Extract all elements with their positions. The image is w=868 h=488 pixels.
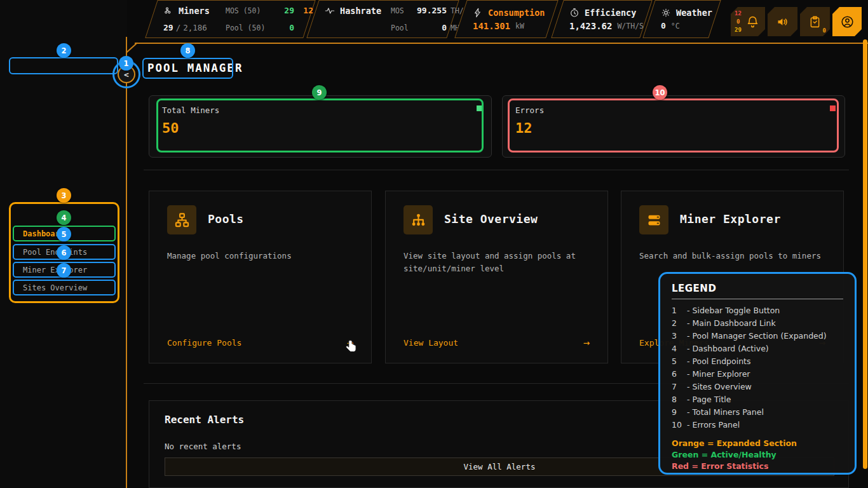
sidebar-item-pm-dashboard[interactable]: Dashboard — [13, 226, 116, 241]
card-title: Site Overview — [444, 212, 538, 226]
card-description: View site layout and assign pools at sit… — [403, 250, 592, 275]
card-description: Manage pool configurations — [167, 250, 355, 262]
legend-item: 3- Pool Manager Section (Expanded) — [672, 330, 843, 342]
legend-note-red: Red = Error Statistics — [672, 461, 843, 472]
section-divider — [144, 170, 849, 170]
clipboard-icon — [808, 15, 822, 29]
header-weather-panel: Weather 0 °C — [642, 0, 721, 38]
arrow-right-icon: → — [583, 336, 590, 349]
legend-title: LEGEND — [672, 283, 843, 294]
sidebar-border — [126, 37, 127, 488]
legend-item: 10- Errors Panel — [672, 419, 843, 431]
header-efficiency-panel: Efficiency 1,423.62 W/TH/S — [551, 0, 652, 38]
legend-item: 1- Sidebar Toggle Button — [672, 304, 843, 317]
sidebar-toggle-button[interactable]: < — [118, 65, 135, 83]
vertical-scrollbar[interactable] — [863, 39, 867, 469]
recent-alerts-title: Recent Alerts — [165, 414, 244, 426]
legend-item: 6- Miner Explorer — [672, 368, 843, 381]
card-title: Pools — [208, 212, 244, 226]
arrow-right-icon: → — [347, 336, 353, 349]
status-square-green — [477, 105, 482, 111]
pools-card[interactable]: Pools Manage pool configurations Configu… — [149, 191, 372, 363]
stat-label: Total Miners — [162, 105, 219, 115]
miners-icon — [163, 6, 173, 16]
legend-item: 9- Total Miners Panel — [672, 406, 843, 419]
collapse-chevron-icon: < — [124, 70, 129, 79]
configure-pools-link[interactable]: Configure Pools — [167, 338, 241, 348]
header-miners-panel: Miners MOS (50) 29129 29/2,186 Pool (50)… — [145, 0, 315, 38]
stat-label: Errors — [515, 105, 544, 115]
pools-card-icon — [167, 205, 196, 234]
card-title: Miner Explorer — [680, 212, 781, 226]
header-consumption-panel: Consumption 141.301 kW — [454, 0, 558, 38]
legend-item: 8- Page Title — [672, 393, 843, 406]
legend-divider — [672, 299, 843, 299]
stat-value: 12 — [515, 120, 532, 136]
status-square-red — [830, 105, 836, 111]
efficiency-icon — [569, 8, 580, 18]
sidebar-item-pm-pool-endpoints[interactable]: Pool Endpoints — [13, 244, 116, 260]
site-overview-card-icon — [403, 205, 433, 234]
weather-icon — [661, 8, 671, 18]
legend-note-green: Green = Active/Healthy — [672, 449, 843, 461]
errors-panel: Errors 12 — [502, 95, 845, 158]
total-miners-panel: Total Miners 50 — [149, 95, 492, 158]
legend-item: 2- Main Dashboard Link — [672, 317, 843, 330]
sound-button[interactable] — [768, 7, 797, 36]
legend-note-orange: Orange = Expanded Section — [672, 438, 843, 449]
speaker-icon — [776, 15, 789, 29]
page-title: POOL MANAGER — [147, 62, 243, 74]
consumption-icon — [473, 8, 483, 18]
site-overview-card[interactable]: Site Overview View site layout and assig… — [385, 191, 608, 363]
notifications-bell-icon — [746, 15, 759, 29]
main-top-bevel — [126, 43, 137, 53]
sidebar-item-pm-sites-overview[interactable]: Sites Overview — [13, 280, 116, 295]
tasks-button[interactable]: 0 — [800, 7, 830, 36]
header-hashrate-panel: Hashrate MOS 99.255 TH/s Pool 0 MH/s — [306, 0, 459, 38]
sidebar-item-pm-miner-explorer[interactable]: Miner Explorer — [13, 262, 116, 278]
view-layout-link[interactable]: View Layout — [403, 338, 458, 348]
annotation-badge-8: 8 — [180, 43, 195, 58]
legend-item: 5- Pool Endpoints — [672, 355, 843, 368]
card-description: Search and bulk-assign pools to miners — [639, 250, 827, 262]
recent-alerts-empty-message: No recent alerts — [165, 442, 241, 451]
miner-explorer-card-icon — [639, 205, 668, 234]
user-menu-button[interactable] — [832, 7, 862, 36]
user-icon — [841, 15, 854, 29]
stat-value: 50 — [162, 120, 179, 136]
legend-item: 4- Dashboard (Active) — [672, 342, 843, 355]
hashrate-icon — [325, 6, 335, 16]
main-top-border — [135, 43, 868, 44]
legend-panel: LEGEND 1- Sidebar Toggle Button 2- Main … — [658, 272, 857, 475]
legend-item: 7- Sites Overview — [672, 381, 843, 393]
notifications-button[interactable]: 12 0 29 — [731, 7, 765, 36]
